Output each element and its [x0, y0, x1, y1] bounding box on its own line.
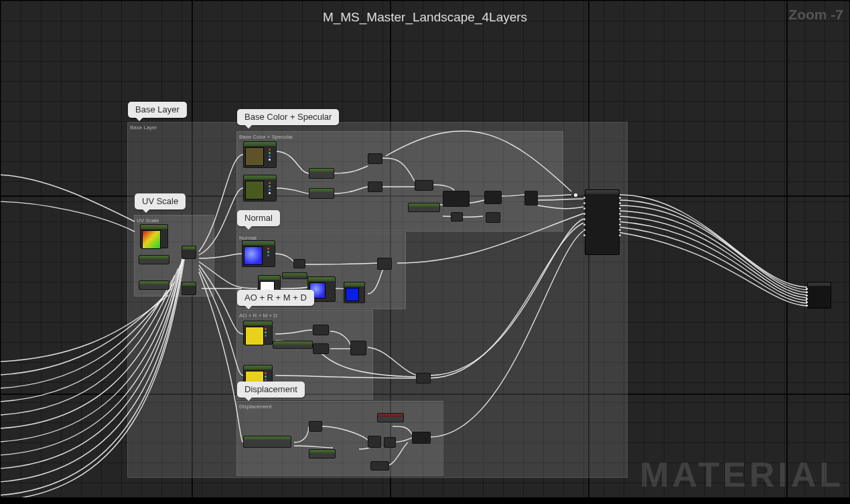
node-bc-math2[interactable] [451, 212, 463, 222]
comment-title-base-layer: Base Layer [130, 124, 157, 131]
node-disp-m2[interactable] [384, 437, 396, 448]
node-bc-lerp2[interactable] [368, 181, 382, 192]
node-disp-m1[interactable] [368, 436, 381, 448]
node-bc-math1[interactable] [443, 191, 470, 207]
label-base-color: Base Color + Specular [237, 109, 339, 125]
comment-title-base-color: Base Color + Specular [239, 134, 293, 140]
node-disp-warn[interactable] [377, 413, 404, 422]
node-disp-tex[interactable] [243, 436, 291, 448]
node-tex-albedo2[interactable] [243, 175, 277, 201]
label-base-layer: Base Layer [128, 102, 187, 118]
node-uv-multiply2[interactable] [182, 282, 196, 295]
node-bc-out[interactable] [524, 191, 538, 205]
node-uv-param2[interactable] [139, 280, 169, 290]
node-bc-sat[interactable] [486, 212, 500, 223]
node-const-blue[interactable] [344, 282, 365, 303]
node-ordp-mult1[interactable] [313, 325, 329, 335]
node-ordp-out[interactable] [416, 373, 431, 384]
material-graph-viewport[interactable]: M_MS_Master_Landscape_4Layers Zoom -7 MA… [1, 1, 849, 501]
comment-title-aordo: AO + R + M + D [239, 313, 277, 319]
pin-reroute[interactable] [574, 193, 577, 197]
node-bc-mult2[interactable] [309, 188, 334, 199]
node-normal-param[interactable] [282, 272, 307, 279]
node-bc-combine[interactable] [484, 191, 502, 204]
label-uv-scale: UV Scale [135, 193, 186, 209]
node-disp-mult[interactable] [309, 421, 322, 432]
node-tex-albedo1[interactable] [243, 141, 277, 168]
node-final-material[interactable] [807, 282, 831, 309]
label-normal: Normal [237, 210, 280, 226]
node-tex-ordp1[interactable] [243, 321, 273, 345]
node-ordp-mult2[interactable] [313, 343, 329, 354]
zoom-level: Zoom -7 [788, 7, 843, 23]
comment-title-uv-scale: UV Scale [137, 218, 159, 224]
node-tex-normal1[interactable] [242, 240, 275, 267]
node-bc-param[interactable] [408, 203, 440, 212]
editor-watermark: MATERIAL [640, 454, 844, 495]
node-texcoord[interactable] [140, 224, 168, 248]
node-uv-multiply[interactable] [182, 246, 196, 259]
node-normal-blend[interactable] [377, 258, 392, 270]
node-bc-mult1[interactable] [309, 168, 334, 179]
node-normal-flatten[interactable] [293, 259, 305, 268]
node-disp-bias[interactable] [309, 449, 336, 458]
comment-title-displacement: Displacement [239, 404, 271, 410]
node-disp-extra[interactable] [370, 461, 389, 471]
graph-title: M_MS_Master_Landscape_4Layers [1, 10, 849, 25]
node-bc-lerp1[interactable] [368, 153, 382, 164]
node-uv-param1[interactable] [139, 255, 169, 264]
node-ordp-lerp[interactable] [350, 341, 366, 355]
label-displacement: Displacement [237, 382, 305, 398]
comment-base-color[interactable]: Base Color + Specular [236, 131, 563, 232]
label-aordo: AO + R + M + D [237, 290, 314, 306]
node-layer-output[interactable] [585, 189, 620, 255]
node-ordp-param[interactable] [273, 341, 313, 349]
node-disp-combine[interactable] [412, 432, 431, 444]
node-bc-clamp[interactable] [415, 180, 433, 191]
bottom-strip [1, 497, 849, 501]
